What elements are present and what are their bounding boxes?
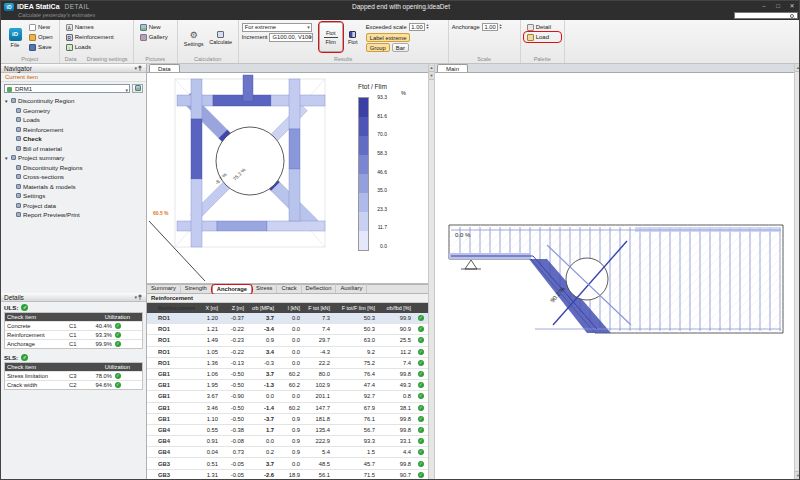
group-toggle[interactable]: Group xyxy=(366,43,390,52)
main-tabbar: Main xyxy=(435,64,794,73)
current-item-combobox[interactable]: DRM1 ▾ xyxy=(4,84,130,93)
cell: 0.0 xyxy=(277,315,303,321)
spin-down-icon[interactable]: ▼ xyxy=(426,27,429,31)
table-row[interactable]: GB31.31-0.05-2.618.956.171.590.7✓ xyxy=(147,470,428,479)
label-extreme-toggle[interactable]: Label extreme xyxy=(366,33,411,42)
pin-icon[interactable] xyxy=(137,294,143,300)
tree-item-project-data[interactable]: Project data xyxy=(1,201,146,211)
tab-main[interactable]: Main xyxy=(437,64,468,72)
tree-item-cross-sections[interactable]: Cross-sections xyxy=(1,172,146,182)
tree-item-bill-of-material[interactable]: Bill of material xyxy=(1,144,146,154)
current-item-picture-button[interactable] xyxy=(132,84,143,93)
tab-stress[interactable]: Stress xyxy=(252,284,277,293)
navigator-header[interactable]: Navigator ▾ xyxy=(1,64,146,73)
tree-item-icon xyxy=(16,108,21,113)
tree-item-icon xyxy=(16,184,21,189)
cell: -0.05 xyxy=(221,472,247,478)
tree-item-discontinuity-region[interactable]: ▾Discontinuity Region xyxy=(1,96,146,106)
scroll-up-icon[interactable]: ▲ xyxy=(795,64,800,72)
loads-toggle[interactable]: ↓ Loads xyxy=(63,42,130,52)
cell: -1.4 xyxy=(247,405,277,411)
details-row-crack-width[interactable]: Crack widthC294.6%✓ xyxy=(5,380,142,389)
maximize-button[interactable]: □ xyxy=(771,1,785,11)
tree-item-loads[interactable]: Loads xyxy=(1,115,146,125)
table-row[interactable]: RO11.21-0.22-3.40.07.450.390.9✓ xyxy=(147,324,428,335)
vertical-scrollbar[interactable]: ▲ ▼ xyxy=(794,64,800,479)
close-button[interactable]: ✕ xyxy=(785,1,799,11)
details-row-concrete[interactable]: ConcreteC140.4%✓ xyxy=(5,321,142,330)
search-input[interactable] xyxy=(735,13,789,18)
table-row[interactable]: GB40.91-0.080.00.9222.993.333.1✓ xyxy=(147,436,428,447)
table-row[interactable]: GB40.040.730.20.95.41.54.4✓ xyxy=(147,447,428,458)
current-item-label: Current item xyxy=(1,73,146,82)
tab-anchorage[interactable]: Anchorage xyxy=(212,284,252,293)
open-button[interactable]: Open xyxy=(26,32,56,42)
cell: -3.4 xyxy=(247,326,277,332)
reinforcement-toggle[interactable]: R Reinforcement xyxy=(63,32,130,42)
increment-select[interactable]: G100.00, V100.00... ▾ xyxy=(269,33,313,42)
cell: -0.50 xyxy=(221,405,247,411)
detail-drawing-canvas[interactable]: -8.7 % 75.2 % 60.5 % Ftot / Flim % 93.38… xyxy=(147,73,428,284)
tab-auxiliary[interactable]: Auxiliary xyxy=(336,284,367,293)
table-row[interactable]: RO11.49-0.230.90.029.763.025.5✓ xyxy=(147,335,428,346)
spin-down-icon[interactable]: ▼ xyxy=(499,27,502,31)
table-row[interactable]: GB13.46-0.50-1.460.2147.767.938.1✓ xyxy=(147,403,428,414)
load-palette-button[interactable]: Load xyxy=(524,32,561,42)
vertical-scrollbar[interactable]: ▲ ▼ xyxy=(428,64,435,479)
table-row[interactable]: GB30.51-0.053.70.048.545.799.8✓ xyxy=(147,458,428,469)
detail-palette-button[interactable]: Detail xyxy=(524,22,561,32)
tab-data[interactable]: Data xyxy=(149,64,180,72)
table-row[interactable]: GB13.67-0.900.00.0201.192.70.8✓ xyxy=(147,391,428,402)
names-toggle[interactable]: A Names xyxy=(63,22,130,32)
table-row[interactable]: GB11.06-0.503.760.280.076.499.8✓ xyxy=(147,369,428,380)
table-row[interactable]: GB40.55-0.381.70.9135.456.799.8✓ xyxy=(147,425,428,436)
beam-drawing-canvas[interactable]: 0.0 % 90.2 % xyxy=(435,73,794,479)
table-row[interactable]: RO11.36-0.13-0.30.022.275.27.4✓ xyxy=(147,358,428,369)
table-row[interactable]: RO11.20-0.373.70.07.350.399.9✓ xyxy=(147,313,428,324)
reinforcement-section-header[interactable]: Reinforcement xyxy=(147,294,428,303)
gallery-button[interactable]: Gallery xyxy=(137,32,174,42)
anchorage-scale-stepper[interactable]: 1.00 ▲ ▼ xyxy=(482,23,502,31)
scroll-up-icon[interactable]: ▲ xyxy=(429,64,434,72)
ftot-button[interactable]: Ftot xyxy=(343,22,363,54)
new-button[interactable]: New xyxy=(26,22,56,32)
calculate-button[interactable]: Calculate xyxy=(207,22,235,54)
search-box[interactable] xyxy=(734,12,798,19)
tab-deflection[interactable]: Deflection xyxy=(302,284,337,293)
details-header[interactable]: Details ▾ xyxy=(1,293,146,302)
tab-strength[interactable]: Strength xyxy=(181,284,212,293)
check-combination: C1 xyxy=(69,332,85,338)
table-row[interactable]: GB11.95-0.50-1.360.2102.947.449.3✓ xyxy=(147,380,428,391)
tree-item-settings[interactable]: Settings xyxy=(1,191,146,201)
pin-icon[interactable] xyxy=(137,65,143,71)
tree-item-report-preview-print[interactable]: Report Preview/Print xyxy=(1,210,146,220)
tab-crack[interactable]: Crack xyxy=(277,284,301,293)
force-bar-icon xyxy=(349,31,356,38)
tree-item-discontinuity-regions[interactable]: Discontinuity Regions xyxy=(1,163,146,173)
table-row[interactable]: RO11.05-0.223.40.0-4.39.211.2✓ xyxy=(147,347,428,358)
settings-button[interactable]: ⚙ Settings xyxy=(181,22,207,54)
details-row-anchorage[interactable]: AnchorageC199.9%✓ xyxy=(5,339,142,348)
table-row[interactable]: GB11.10-0.50-3.70.9181.876.199.8✓ xyxy=(147,414,428,425)
tree-item-project-summary[interactable]: ▾Project summary xyxy=(1,153,146,163)
for-extreme-select[interactable]: For extreme ▾ xyxy=(242,23,312,32)
file-button[interactable]: iD File xyxy=(4,22,26,54)
scroll-down-icon[interactable]: ▼ xyxy=(795,471,800,479)
details-section-sls: SLS:✓Check itemUtilizationStress limitat… xyxy=(1,352,146,393)
tree-item-geometry[interactable]: Geometry xyxy=(1,106,146,116)
ftot-flim-button[interactable]: Ftot Flim xyxy=(319,22,343,52)
tree-item-materials-models[interactable]: Materials & models xyxy=(1,182,146,192)
picture-new-button[interactable]: New xyxy=(137,22,174,32)
tree-item-check[interactable]: Check xyxy=(1,134,146,144)
save-button[interactable]: Save xyxy=(26,42,56,52)
bar-toggle[interactable]: Bar xyxy=(392,43,409,52)
details-row-stress-limitation[interactable]: Stress limitationC378.0%✓ xyxy=(5,371,142,380)
exceeded-scale-stepper[interactable]: 1.00 ▲ ▼ xyxy=(409,23,429,31)
details-row-reinforcement[interactable]: ReinforcementC193.3%✓ xyxy=(5,330,142,339)
tab-summary[interactable]: Summary xyxy=(147,284,181,293)
col-utilization: Utilization xyxy=(105,314,140,320)
tree-item-reinforcement[interactable]: Reinforcement xyxy=(1,125,146,135)
group-label-pictures: Pictures xyxy=(134,56,177,62)
scroll-down-icon[interactable]: ▼ xyxy=(429,72,434,80)
minimize-button[interactable]: – xyxy=(757,1,771,11)
